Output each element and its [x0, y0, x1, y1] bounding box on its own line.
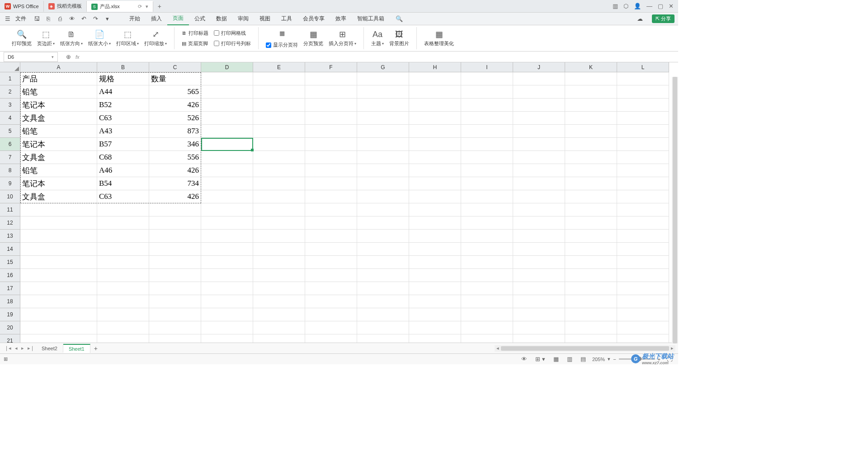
cell[interactable]: [461, 99, 513, 112]
cell[interactable]: [201, 334, 253, 343]
col-header-e[interactable]: E: [253, 62, 305, 72]
page-preview-button2[interactable]: ▦分页预览: [301, 28, 326, 48]
menu-view[interactable]: 视图: [254, 13, 276, 25]
cell[interactable]: [201, 203, 253, 216]
cell[interactable]: [149, 203, 201, 216]
row-header-20[interactable]: 20: [0, 321, 20, 334]
col-header-f[interactable]: F: [305, 62, 357, 72]
cell[interactable]: [253, 112, 305, 125]
cell[interactable]: [409, 177, 461, 190]
cell-d4[interactable]: [201, 112, 253, 125]
row-header-3[interactable]: 3: [0, 99, 20, 112]
col-header-j[interactable]: J: [513, 62, 565, 72]
cell[interactable]: [565, 203, 617, 216]
cell[interactable]: [149, 243, 201, 256]
cell[interactable]: [565, 138, 617, 151]
cell[interactable]: [409, 321, 461, 334]
cell[interactable]: [357, 256, 409, 269]
cell[interactable]: [201, 243, 253, 256]
sheet-add-button[interactable]: +: [90, 345, 101, 352]
menu-efficiency[interactable]: 效率: [330, 13, 352, 25]
cell[interactable]: [97, 282, 149, 295]
cell[interactable]: [20, 203, 97, 216]
view-break-button[interactable]: ▤: [579, 355, 588, 363]
save-icon[interactable]: 🖫: [33, 15, 41, 23]
cell-d9[interactable]: [201, 177, 253, 190]
col-header-a[interactable]: A: [20, 62, 97, 72]
cell[interactable]: [461, 256, 513, 269]
cell[interactable]: [305, 308, 357, 321]
cell[interactable]: [513, 256, 565, 269]
cell[interactable]: [617, 282, 669, 295]
cell[interactable]: [513, 177, 565, 190]
cell-a6[interactable]: 笔记本: [20, 138, 97, 151]
cell[interactable]: [305, 85, 357, 99]
cell[interactable]: [201, 321, 253, 334]
col-header-d[interactable]: D: [201, 62, 253, 72]
zoom-value[interactable]: 205%: [592, 357, 605, 362]
cell[interactable]: [513, 138, 565, 151]
cell-c7[interactable]: 556: [149, 151, 201, 164]
paper-size-button[interactable]: 📄纸张大小▾: [85, 28, 113, 48]
cell[interactable]: [305, 112, 357, 125]
cell[interactable]: [357, 308, 409, 321]
row-header-2[interactable]: 2: [0, 85, 20, 99]
cell[interactable]: [409, 230, 461, 243]
cell[interactable]: [461, 112, 513, 125]
eye-icon[interactable]: 👁: [519, 355, 529, 363]
cell[interactable]: [617, 99, 669, 112]
cell-a4[interactable]: 文具盒: [20, 112, 97, 125]
cell[interactable]: [409, 334, 461, 343]
zoom-dropdown-icon[interactable]: ▾: [608, 356, 610, 362]
cell[interactable]: [565, 99, 617, 112]
undo-icon[interactable]: ↶: [80, 15, 88, 23]
cell[interactable]: [461, 138, 513, 151]
row-header-16[interactable]: 16: [0, 269, 20, 282]
cell[interactable]: [409, 85, 461, 99]
cell[interactable]: [357, 269, 409, 282]
cell[interactable]: [357, 321, 409, 334]
cell[interactable]: [565, 85, 617, 99]
cell-a5[interactable]: 铅笔: [20, 125, 97, 138]
cell[interactable]: [461, 269, 513, 282]
cell[interactable]: [617, 243, 669, 256]
cell[interactable]: [617, 269, 669, 282]
cell[interactable]: [357, 282, 409, 295]
cell[interactable]: [617, 164, 669, 177]
bg-image-button[interactable]: 🖼背景图片: [387, 28, 412, 48]
cell[interactable]: [461, 72, 513, 85]
row-header-12[interactable]: 12: [0, 216, 20, 230]
cell[interactable]: [305, 295, 357, 308]
cell[interactable]: [461, 282, 513, 295]
cell[interactable]: [305, 321, 357, 334]
view-normal-button[interactable]: ▦: [552, 355, 561, 363]
cell[interactable]: [97, 321, 149, 334]
cell[interactable]: [617, 138, 669, 151]
cell[interactable]: [617, 295, 669, 308]
grid-icon[interactable]: ⊞ ▾: [533, 355, 547, 363]
horizontal-scrollbar[interactable]: ◂▸: [495, 345, 675, 352]
cell[interactable]: [617, 125, 669, 138]
cell[interactable]: [201, 308, 253, 321]
menu-insert[interactable]: 插入: [146, 13, 167, 25]
theme-button[interactable]: Aa主题▾: [368, 28, 387, 48]
cell-a7[interactable]: 文具盒: [20, 151, 97, 164]
tab-template[interactable]: ◈ 找稻壳模板: [44, 1, 87, 12]
cell[interactable]: [513, 295, 565, 308]
cell[interactable]: [565, 125, 617, 138]
cell-d3[interactable]: [201, 99, 253, 112]
cell-a8[interactable]: 铅笔: [20, 164, 97, 177]
cell[interactable]: [305, 282, 357, 295]
cell[interactable]: [357, 138, 409, 151]
cell-a9[interactable]: 笔记本: [20, 177, 97, 190]
cell[interactable]: [565, 164, 617, 177]
cell[interactable]: [513, 85, 565, 99]
cell-b1[interactable]: 规格: [97, 72, 149, 85]
row-header-15[interactable]: 15: [0, 256, 20, 269]
menu-formula[interactable]: 公式: [189, 13, 211, 25]
cell[interactable]: [253, 177, 305, 190]
cell[interactable]: [357, 243, 409, 256]
cell[interactable]: [513, 334, 565, 343]
cell[interactable]: [513, 72, 565, 85]
cell[interactable]: [409, 190, 461, 203]
